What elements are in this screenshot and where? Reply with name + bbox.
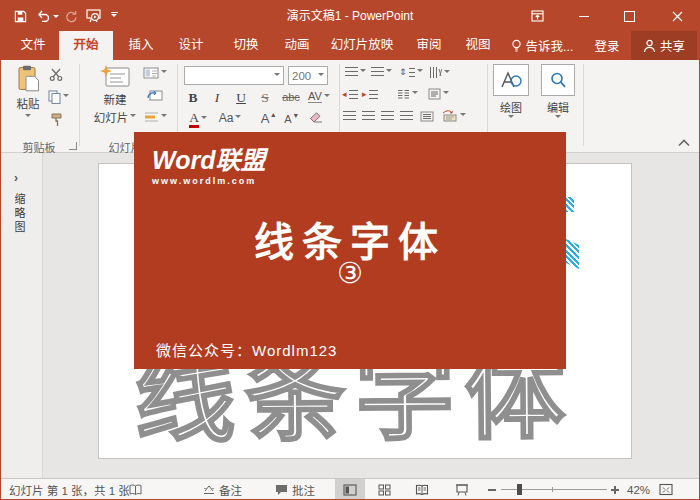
tell-me-button[interactable]: 告诉我... [507, 31, 577, 60]
section-button[interactable] [141, 111, 169, 123]
align-left-icon [343, 111, 356, 120]
zoom-percentage[interactable]: 42% [627, 479, 650, 500]
increase-indent-icon [369, 90, 378, 99]
qat-customize-button[interactable] [106, 1, 122, 31]
reset-button[interactable] [141, 89, 169, 102]
zoom-in-button[interactable] [611, 479, 619, 500]
line-spacing-button[interactable]: ⇕ [399, 67, 423, 77]
view-slide-sorter-button[interactable] [369, 479, 399, 500]
bold-button[interactable]: B [185, 90, 201, 106]
numbering-button[interactable] [370, 67, 392, 76]
sign-in-button[interactable]: 登录 [585, 31, 629, 60]
layout-button[interactable] [141, 67, 169, 79]
align-left-button[interactable] [342, 111, 357, 120]
ribbon-display-options-button[interactable] [519, 1, 555, 31]
decrease-indent-arrow: ◂ [342, 89, 347, 99]
minimize-button[interactable] [566, 1, 602, 31]
close-button[interactable] [659, 1, 695, 31]
font-color-button[interactable]: A [185, 111, 211, 128]
tab-slideshow[interactable]: 幻灯片放映 [325, 31, 399, 60]
new-slide-button[interactable]: 新建 幻灯片 [93, 65, 137, 125]
bullets-button[interactable] [344, 67, 366, 76]
undo-dropdown-caret[interactable] [53, 15, 59, 21]
copy-button[interactable] [45, 90, 71, 104]
overlay-badge: ③ [134, 256, 566, 290]
chevron-up-icon [678, 139, 690, 147]
convert-smartart-button[interactable] [439, 110, 469, 122]
qat-save-button[interactable] [11, 1, 29, 31]
text-direction-button[interactable] [427, 67, 451, 78]
align-text-button[interactable] [425, 88, 451, 100]
overlay-footer: 微信公众号：Wordlm123 [156, 339, 337, 360]
share-button[interactable]: 共享 [631, 31, 697, 60]
slide-counter-status[interactable]: 幻灯片 第 1 张，共 1 张 [9, 479, 130, 500]
tab-file[interactable]: 文件 [7, 31, 59, 60]
clear-all-formatting-button[interactable] [307, 112, 325, 124]
stripe-decoration [566, 197, 574, 212]
format-painter-button[interactable] [47, 113, 65, 127]
increase-indent-arrow: ▸ [362, 89, 367, 99]
line-spacing-arrows: ⇕ [399, 67, 407, 77]
change-case-button[interactable]: Aa [215, 111, 245, 125]
distribute-button[interactable] [418, 111, 435, 122]
zoom-slider-thumb[interactable] [517, 484, 522, 495]
tab-view[interactable]: 视图 [454, 31, 502, 60]
notes-button[interactable]: 备注 [203, 479, 242, 500]
view-reading-button[interactable] [407, 479, 437, 500]
cut-button[interactable] [47, 68, 65, 81]
strikethrough-button[interactable]: S [257, 90, 273, 106]
tab-home[interactable]: 开始 [59, 31, 113, 60]
columns-button[interactable] [395, 89, 419, 99]
zoom-out-button[interactable] [488, 479, 496, 500]
tab-review[interactable]: 审阅 [405, 31, 453, 60]
decrease-indent-button[interactable]: ◂ [342, 89, 358, 99]
thumbnail-pane: › 缩略图 [1, 153, 43, 478]
drawing-button[interactable] [493, 64, 529, 96]
font-name-combo[interactable] [184, 66, 284, 85]
grow-font-button[interactable]: A▴ [259, 111, 277, 126]
paste-icon [17, 65, 40, 92]
bullets-caret [360, 69, 366, 75]
align-right-button[interactable] [380, 111, 395, 120]
thumbnail-pane-label[interactable]: 缩略图 [11, 193, 27, 235]
fit-to-window-button[interactable] [659, 479, 673, 500]
text-direction-icon [429, 67, 442, 78]
increase-indent-button[interactable]: ▸ [362, 89, 378, 99]
powerpoint-window: 演示文稿1 - PowerPoint 文件 开始 插入 设计 切换 动画 幻灯片… [0, 0, 700, 500]
maximize-button[interactable] [611, 1, 647, 31]
shrink-font-button[interactable]: A▾ [283, 113, 299, 125]
font-size-combo[interactable]: 200 [288, 66, 328, 85]
italic-label: I [215, 90, 220, 106]
notes-icon [203, 484, 215, 495]
view-normal-button[interactable] [335, 479, 365, 500]
collapse-ribbon-button[interactable] [675, 139, 693, 147]
qat-start-slideshow-button[interactable] [83, 1, 103, 31]
overlay-logo: Word联盟 www.wordlm.com [152, 140, 265, 186]
change-case-label: Aa [219, 111, 234, 125]
tab-transitions[interactable]: 切换 [222, 31, 270, 60]
tab-design[interactable]: 设计 [167, 31, 215, 60]
clear-formatting-button[interactable]: abc [279, 91, 303, 103]
expand-pane-chevron-icon[interactable]: › [14, 171, 18, 185]
tab-animations[interactable]: 动画 [273, 31, 321, 60]
justify-button[interactable] [399, 111, 414, 120]
editing-label: 编辑 [539, 99, 577, 115]
spellcheck-button[interactable] [129, 479, 142, 500]
align-text-icon [428, 88, 441, 100]
slide-overlay[interactable]: Word联盟 www.wordlm.com 线条字体 ③ 微信公众号：Wordl… [134, 132, 566, 369]
overlay-logo-text: Word联盟 [152, 140, 265, 176]
qat-redo-button[interactable] [61, 1, 79, 31]
italic-button[interactable]: I [209, 90, 225, 106]
editing-button[interactable] [541, 64, 575, 96]
start-slideshow-icon [86, 9, 101, 23]
paste-button[interactable]: 粘贴 [11, 65, 45, 120]
comments-button[interactable]: 批注 [275, 479, 315, 500]
columns-icon [397, 89, 410, 99]
qat-undo-button[interactable] [34, 1, 60, 31]
clipboard-dialog-launcher[interactable] [69, 142, 77, 150]
view-slideshow-button[interactable] [447, 479, 477, 500]
underline-button[interactable]: U [233, 90, 249, 106]
character-spacing-button[interactable]: AV [305, 90, 333, 103]
align-center-button[interactable] [361, 111, 376, 120]
tab-insert[interactable]: 插入 [117, 31, 165, 60]
